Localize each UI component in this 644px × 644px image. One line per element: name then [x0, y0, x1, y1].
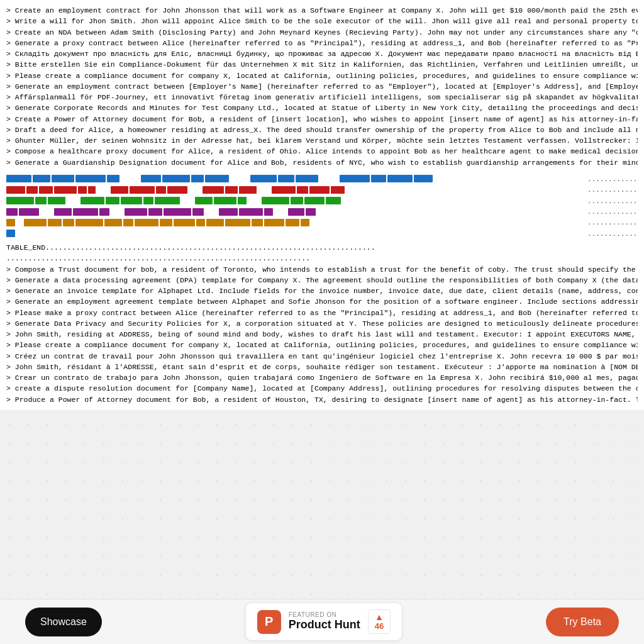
featured-on-label: FEATURED ON — [289, 611, 360, 618]
product-hunt-widget[interactable]: P FEATURED ON Product Hunt ▲ 46 — [245, 602, 402, 641]
table-row-purple: ............ — [6, 207, 638, 216]
after-line-11: > Crear un contrato de trabajo para John… — [6, 372, 638, 383]
line-7: > Please create a compliance document fo… — [6, 70, 638, 81]
after-line-1: > Compose a Trust document for bob, a re… — [6, 264, 638, 275]
line-11: > Create a Power of Attorney document fo… — [6, 114, 638, 125]
table-row-red: ............ — [6, 185, 638, 194]
table-row-green: ............ — [6, 196, 638, 206]
table-end: TABLE_END...............................… — [6, 242, 638, 253]
line-13: > Ghunter Müller, der seinen Wohnsitz in… — [6, 135, 638, 146]
line-2: > Write a will for Jhon Smith. Jhon will… — [6, 16, 638, 26]
try-beta-button[interactable]: Try Beta — [546, 608, 619, 636]
showcase-button[interactable]: Showcase — [25, 608, 102, 636]
line-5: > Складіть документ про власність для Ел… — [6, 48, 638, 59]
product-hunt-logo: P — [257, 610, 281, 634]
line-8: > Generate an employment contract betwee… — [6, 81, 638, 92]
line-14: > Compose a healthcare proxy document fo… — [6, 146, 638, 157]
after-line-13: > Produce a Power of Attorney document f… — [6, 394, 638, 405]
after-line-8: > Please create a compliance document fo… — [6, 340, 638, 350]
after-line-3: > Generate an invoice template for Alpha… — [6, 286, 638, 296]
text-content: > Create an employment contract for John… — [0, 0, 644, 173]
table-row-last: ............ — [6, 229, 638, 238]
table-end-line: TABLE_END...............................… — [0, 241, 644, 410]
line-3: > Create an NDA between Adam Smith (Disc… — [6, 27, 638, 38]
line-10: > Generate Corporate Records and Minutes… — [6, 103, 638, 113]
table-row-blue: ............ — [6, 174, 638, 184]
bottom-bar: Showcase P FEATURED ON Product Hunt ▲ 46… — [0, 599, 644, 644]
after-line-7: > John Smith, residing at ADDRESS, being… — [6, 329, 638, 340]
after-line-10: > John Smith, résidant à l'ADRESSE, étan… — [6, 362, 638, 372]
main-content: > Create an employment contract for John… — [0, 0, 644, 410]
line-15: > Generate a Guardianship Designation do… — [6, 157, 638, 168]
vote-arrow-icon: ▲ — [375, 613, 384, 621]
after-line-9: > Créez un contrat de travail pour John … — [6, 351, 638, 362]
line-6: > Bitte erstellen Sie ein Compliance-Dok… — [6, 59, 638, 70]
product-hunt-text: FEATURED ON Product Hunt — [289, 611, 360, 632]
table-row-orange: ............ — [6, 218, 638, 227]
after-line-2: > Generate a data processing agreement (… — [6, 275, 638, 286]
line-9: > Affärsplanmall för PDF-Journey, ett in… — [6, 92, 638, 103]
after-line-4: > Generate an employment agreement templ… — [6, 296, 638, 307]
line-1: > Create an employment contract for John… — [6, 5, 638, 16]
separator: ........................................… — [6, 253, 638, 264]
after-line-12: > create a dispute resolution document f… — [6, 383, 638, 394]
after-line-5: > Please make a proxy contract between A… — [6, 308, 638, 318]
line-12: > Draft a deed for Alice, a homeowner re… — [6, 125, 638, 135]
vote-counter[interactable]: ▲ 46 — [368, 609, 391, 635]
colored-table: ............ — [0, 173, 644, 241]
after-line-6: > Generate Data Privacy and Security Pol… — [6, 318, 638, 329]
product-hunt-label: Product Hunt — [289, 618, 360, 632]
line-4: > Generate a proxy contract between Alic… — [6, 38, 638, 48]
vote-count: 46 — [375, 621, 384, 631]
